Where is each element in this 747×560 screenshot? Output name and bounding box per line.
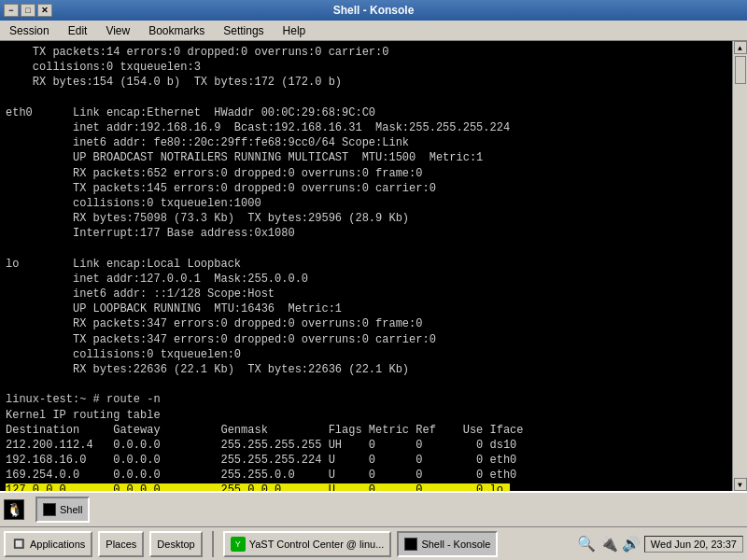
volume-icon[interactable]: 🔊	[622, 535, 641, 553]
applications-button[interactable]: 🔲 Applications	[4, 531, 92, 557]
terminal-line: inet6 addr: fe80::20c:29ff:fe68:9cc0/64 …	[6, 135, 726, 150]
terminal-line: TX packets:347 errors:0 dropped:0 overru…	[6, 332, 726, 347]
maximize-button[interactable]: □	[21, 4, 35, 17]
scroll-down-button[interactable]: ▼	[734, 478, 747, 491]
menu-bar: Session Edit View Bookmarks Settings Hel…	[0, 21, 747, 41]
search-icon[interactable]: 🔍	[577, 535, 596, 553]
terminal-line	[6, 241, 726, 256]
clock: Wed Jun 20, 23:37	[644, 536, 743, 553]
terminal-line: inet addr:192.168.16.9 Bcast:192.168.16.…	[6, 120, 726, 135]
window-title: Shell - Konsole	[60, 4, 687, 17]
title-bar: − □ ✕ Shell - Konsole	[0, 0, 747, 21]
menu-settings[interactable]: Settings	[218, 22, 269, 39]
terminal-line: 192.168.16.0 0.0.0.0 255.255.255.224 U 0…	[6, 453, 726, 468]
terminal-line: UP BROADCAST NOTRAILERS RUNNING MULTICAS…	[6, 150, 726, 165]
terminal-icon	[43, 503, 56, 516]
minimize-button[interactable]: −	[4, 4, 19, 17]
scrollbar[interactable]: ▲ ▼	[732, 41, 747, 491]
yast-button[interactable]: Y YaST Control Center @ linu...	[223, 531, 392, 557]
network-icon: 🔌	[599, 535, 618, 553]
konsole-label: Shell - Konsole	[421, 539, 490, 550]
desktop-button[interactable]: Desktop	[149, 531, 202, 557]
terminal-line: RX packets:652 errors:0 dropped:0 overru…	[6, 166, 726, 181]
menu-help[interactable]: Help	[277, 22, 312, 39]
terminal-line: UP LOOPBACK RUNNING MTU:16436 Metric:1	[6, 301, 726, 316]
yast-icon: Y	[231, 537, 246, 552]
terminal-line: lo Link encap:Local Loopback	[6, 257, 726, 272]
status-right: 🔍 🔌 🔊 Wed Jun 20, 23:37	[577, 535, 743, 553]
terminal-line: Interrupt:177 Base address:0x1080	[6, 226, 726, 241]
menu-view[interactable]: View	[100, 22, 135, 39]
close-button[interactable]: ✕	[37, 4, 52, 17]
scroll-thumb[interactable]	[735, 56, 746, 84]
terminal-line: RX packets:347 errors:0 dropped:0 overru…	[6, 316, 726, 331]
places-button[interactable]: Places	[98, 531, 144, 557]
terminal-line: linux-test:~ # route -n	[6, 392, 726, 407]
terminal-line: TX packets:14 errors:0 dropped:0 overrun…	[6, 45, 726, 60]
terminal-line: RX bytes:75098 (73.3 Kb) TX bytes:29596 …	[6, 211, 726, 226]
terminal-line: RX bytes:154 (154.0 b) TX bytes:172 (172…	[6, 75, 726, 90]
terminal[interactable]: TX packets:14 errors:0 dropped:0 overrun…	[0, 41, 732, 491]
terminal-container: TX packets:14 errors:0 dropped:0 overrun…	[0, 41, 747, 491]
terminal-line: inet6 addr: ::1/128 Scope:Host	[6, 287, 726, 301]
scroll-up-button[interactable]: ▲	[734, 41, 747, 54]
yast-label: YaST Control Center @ linu...	[249, 539, 385, 550]
terminal-highlight-line: 127.0.0.0 0.0.0.0 255.0.0.0 U 0 0 0 lo	[6, 483, 726, 491]
places-label: Places	[106, 539, 136, 550]
menu-session[interactable]: Session	[4, 22, 55, 39]
terminal-line: 212.200.112.4 0.0.0.0 255.255.255.255 UH…	[6, 438, 726, 453]
terminal-line: Destination Gateway Genmask Flags Metric…	[6, 423, 726, 438]
shell-label: Shell	[60, 504, 82, 515]
menu-edit[interactable]: Edit	[63, 22, 93, 39]
desktop-label: Desktop	[157, 539, 194, 550]
apps-icon: 🔲	[11, 537, 26, 552]
terminal-line: inet addr:127.0.0.1 Mask:255.0.0.0	[6, 272, 726, 287]
terminal-line: TX packets:145 errors:0 dropped:0 overru…	[6, 181, 726, 196]
taskbar: 🐧 Shell	[0, 491, 747, 526]
konsole-button[interactable]: Shell - Konsole	[397, 531, 498, 557]
terminal-line: Kernel IP routing table	[6, 408, 726, 423]
menu-bookmarks[interactable]: Bookmarks	[143, 22, 210, 39]
status-left: 🔲 Applications Places Desktop Y YaST Con…	[4, 531, 498, 557]
konsole-icon	[404, 538, 417, 551]
terminal-line: eth0 Link encap:Ethernet HWaddr 00:0C:29…	[6, 105, 726, 120]
terminal-line: collisions:0 txqueuelen:0	[6, 347, 726, 362]
terminal-line	[6, 91, 726, 105]
shell-taskbar-button[interactable]: Shell	[35, 497, 90, 523]
penguin-icon: 🐧	[4, 499, 24, 520]
terminal-line	[6, 377, 726, 392]
terminal-line: collisions:0 txqueuelen:3	[6, 60, 726, 75]
status-bar: 🔲 Applications Places Desktop Y YaST Con…	[0, 526, 747, 560]
terminal-line: 169.254.0.0 0.0.0.0 255.255.0.0 U 0 0 0 …	[6, 468, 726, 483]
applications-label: Applications	[30, 539, 85, 550]
terminal-line: collisions:0 txqueuelen:1000	[6, 196, 726, 211]
terminal-line: RX bytes:22636 (22.1 Kb) TX bytes:22636 …	[6, 362, 726, 377]
